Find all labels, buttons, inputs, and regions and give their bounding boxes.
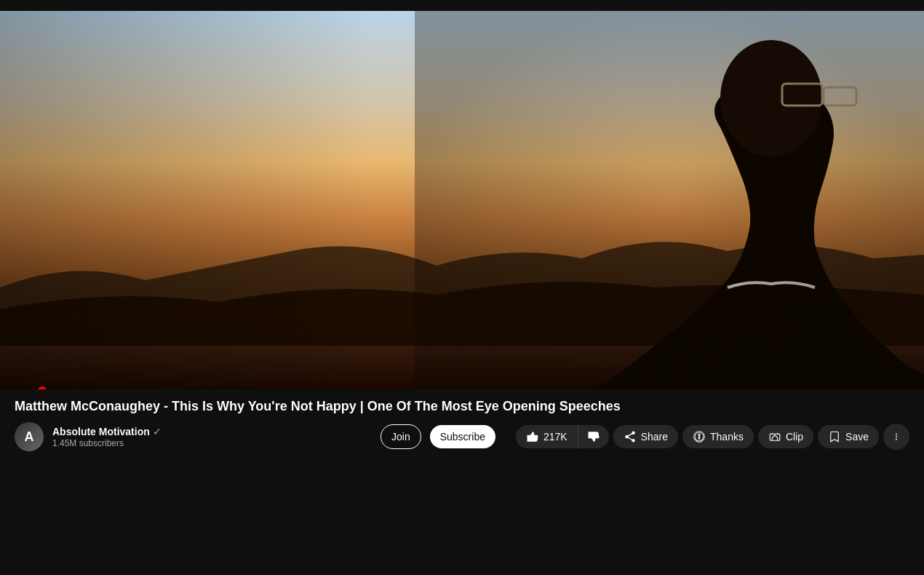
thumbs-up-icon bbox=[526, 430, 539, 443]
subscribe-button[interactable]: Subscribe bbox=[430, 425, 495, 448]
thanks-icon bbox=[693, 430, 706, 443]
like-dislike-group: 217K bbox=[516, 425, 609, 448]
video-info-area: Matthew McConaughey - This Is Why You're… bbox=[0, 389, 924, 457]
thanks-button[interactable]: Thanks bbox=[682, 425, 754, 448]
svg-point-22 bbox=[896, 436, 897, 437]
thumbs-down-icon bbox=[587, 430, 600, 443]
svg-point-21 bbox=[896, 434, 897, 435]
video-frame bbox=[0, 11, 924, 389]
thanks-label: Thanks bbox=[710, 431, 744, 443]
clip-label: Clip bbox=[786, 431, 803, 443]
channel-name-row: Absolute Motivation ✓ bbox=[52, 426, 372, 437]
svg-point-23 bbox=[896, 439, 897, 440]
share-button[interactable]: Share bbox=[613, 425, 678, 448]
share-label: Share bbox=[641, 431, 668, 443]
verified-icon: ✓ bbox=[153, 426, 162, 437]
top-bar bbox=[0, 0, 924, 11]
clip-icon bbox=[768, 430, 781, 443]
more-icon bbox=[892, 429, 901, 444]
channel-info: Absolute Motivation ✓ 1.45M subscribers bbox=[52, 426, 372, 448]
clip-button[interactable]: Clip bbox=[758, 425, 813, 448]
like-count: 217K bbox=[543, 431, 567, 443]
video-overlay bbox=[0, 11, 924, 389]
save-label: Save bbox=[845, 431, 869, 443]
more-options-button[interactable] bbox=[883, 424, 909, 450]
dislike-button[interactable] bbox=[578, 425, 609, 448]
save-button[interactable]: Save bbox=[818, 425, 879, 448]
channel-row: A Absolute Motivation ✓ 1.45M subscriber… bbox=[15, 422, 909, 451]
like-button[interactable]: 217K bbox=[516, 425, 578, 448]
svg-point-16 bbox=[698, 434, 700, 435]
join-button[interactable]: Join bbox=[381, 424, 421, 449]
share-icon bbox=[624, 430, 637, 443]
video-title: Matthew McConaughey - This Is Why You're… bbox=[15, 398, 909, 415]
video-player: 0:25 / 9:06 CC HD bbox=[0, 11, 924, 389]
subscriber-count: 1.45M subscribers bbox=[52, 438, 372, 448]
channel-avatar[interactable]: A bbox=[15, 422, 44, 451]
action-buttons: 217K Share bbox=[516, 424, 909, 450]
svg-rect-17 bbox=[698, 437, 700, 440]
channel-name[interactable]: Absolute Motivation bbox=[52, 426, 150, 437]
save-icon bbox=[828, 430, 841, 443]
